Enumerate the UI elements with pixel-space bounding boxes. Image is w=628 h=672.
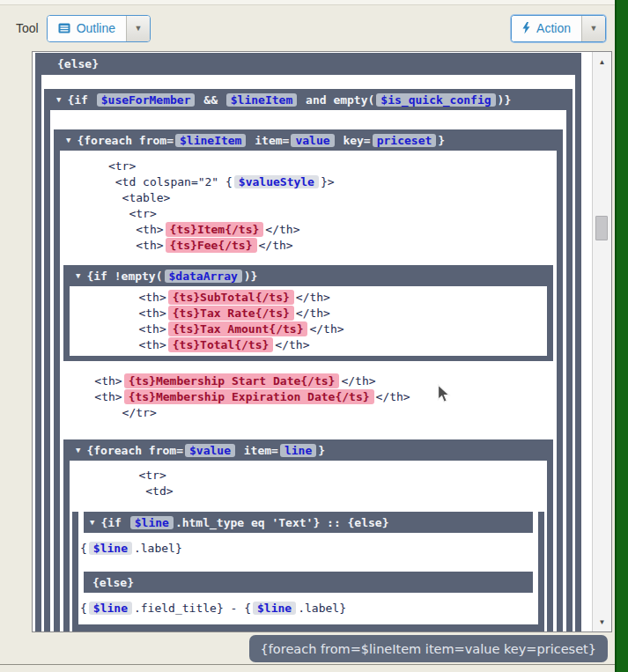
- window-bottom-edge: [0, 664, 615, 665]
- block-if-dataarray: ▼{if !empty($dataArray)} <th>{ts}SubTota…: [63, 265, 553, 361]
- foreach-lineitem-header[interactable]: ▼{foreach from=$lineItem item=value key=…: [60, 129, 557, 151]
- toolbar: Tool Outline ▼ Action ▼: [0, 12, 615, 44]
- code-line: <th>{ts}Tax Rate{/ts}</th>: [70, 306, 547, 321]
- status-tooltip: {foreach from=$lineItem item=value key=p…: [249, 635, 608, 662]
- else-body: ▼{if $useForMember && $lineItem and empt…: [41, 75, 575, 631]
- scroll-down-icon[interactable]: ▼: [593, 614, 611, 630]
- code-line: <table>: [60, 190, 557, 206]
- code-line: <th>{ts}Item{/ts}</th>: [60, 222, 557, 238]
- vertical-scrollbar[interactable]: ▲ ▼: [592, 52, 611, 631]
- outline-dropdown-arrow[interactable]: ▼: [126, 16, 150, 41]
- collapse-triangle-icon[interactable]: ▼: [66, 136, 70, 144]
- outline-button-group: Outline ▼: [47, 15, 151, 42]
- else-header[interactable]: {else}: [41, 53, 575, 75]
- outline-button-label: Outline: [77, 21, 115, 35]
- collapse-triangle-icon[interactable]: ▼: [76, 271, 80, 280]
- action-button[interactable]: Action: [512, 16, 581, 41]
- action-dropdown-arrow[interactable]: ▼: [581, 16, 605, 41]
- block-foreach-value: ▼{foreach from=$value item=line} <tr> <t…: [63, 439, 553, 631]
- code-line: <tr>: [70, 468, 547, 484]
- code-line: <th>{ts}SubTotal{/ts}</th>: [70, 290, 547, 306]
- code-line: <th>{ts}Membership Start Date{/ts}</th>: [60, 373, 557, 389]
- desktop-background-strip: [615, 0, 628, 672]
- action-button-label: Action: [536, 21, 571, 35]
- block-if-line-type: ▼{if $line.html_type eq 'Text'} :: {else…: [72, 512, 544, 631]
- if-line-else-content: {$line.field_title} - {$line.label}: [78, 593, 538, 624]
- outline-panel: {else} ▼{if $useForMember && $lineItem a…: [32, 51, 612, 632]
- if-line-type-header[interactable]: ▼{if $line.html_type eq 'Text'} :: {else…: [84, 512, 533, 533]
- window-top-edge: [0, 0, 628, 5]
- code-line: <th>{ts}Membership Expiration Date{/ts}<…: [60, 389, 557, 405]
- code-line: <th>{ts}Fee{/ts}</th>: [60, 238, 557, 254]
- foreach-value-header[interactable]: ▼{foreach from=$value item=line}: [70, 439, 547, 461]
- code-line: <tr>: [60, 159, 557, 174]
- outline-content: {else} ▼{if $useForMember && $lineItem a…: [33, 52, 592, 631]
- lightning-icon: [522, 22, 530, 34]
- outline-button[interactable]: Outline: [48, 16, 126, 41]
- block-foreach-lineitem: ▼{foreach from=$lineItem item=value key=…: [54, 129, 563, 631]
- if-line-then-content: {$line.label}: [78, 533, 538, 565]
- scrollbar-thumb[interactable]: [595, 216, 608, 240]
- collapse-triangle-icon[interactable]: ▼: [76, 446, 80, 454]
- if-line-else-header[interactable]: {else}: [84, 572, 533, 593]
- block-else-parent: {else} ▼{if $useForMember && $lineItem a…: [35, 53, 581, 631]
- block-if-member: ▼{if $useForMember && $lineItem and empt…: [44, 89, 573, 631]
- if-member-header[interactable]: ▼{if $useForMember && $lineItem and empt…: [50, 89, 566, 110]
- code-line: <th>{ts}Tax Amount{/ts}</th>: [70, 321, 547, 337]
- code-line: <th>{ts}Total{/ts}</th>: [70, 337, 547, 353]
- tool-label: Tool: [16, 21, 39, 35]
- code-line: </tr>: [60, 405, 557, 421]
- outline-tool-window: { "toolbar": { "tool_label": "Tool", "ou…: [0, 0, 628, 672]
- action-button-group: Action ▼: [511, 15, 606, 42]
- collapse-triangle-icon[interactable]: ▼: [90, 518, 94, 527]
- outline-list-icon: [58, 23, 70, 33]
- scroll-up-icon[interactable]: ▲: [593, 54, 611, 70]
- code-line: <tr>: [60, 206, 557, 222]
- code-line: <td>: [70, 484, 547, 499]
- collapse-triangle-icon[interactable]: ▼: [56, 95, 61, 104]
- code-line: <td colspan="2" {$valueStyle}>: [60, 174, 557, 190]
- if-dataarray-header[interactable]: ▼{if !empty($dataArray)}: [70, 265, 547, 286]
